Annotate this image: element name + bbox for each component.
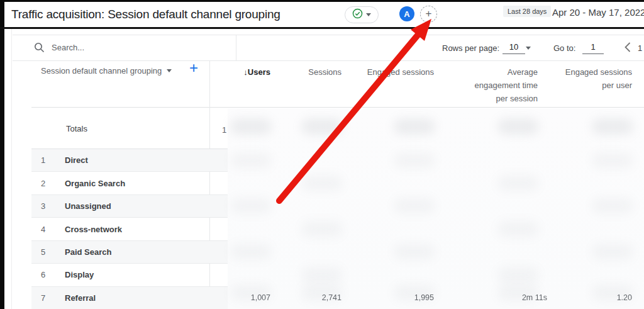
blurred-value — [497, 267, 539, 283]
blurred-value — [592, 244, 633, 260]
go-to-input[interactable]: 1 — [582, 42, 604, 54]
blurred-value — [230, 152, 272, 169]
table-row[interactable]: 5Paid Search — [31, 241, 228, 264]
dimension-caret-icon — [167, 69, 172, 72]
share-add-button[interactable]: + — [420, 6, 437, 23]
chevron-down-icon — [366, 13, 371, 16]
table-row[interactable]: 7Referral — [31, 287, 228, 309]
page-title: Traffic acquisition: Session default cha… — [11, 2, 280, 27]
blurred-value — [394, 152, 435, 169]
totals-users-partial-value: 1 — [222, 125, 226, 135]
cell-sessions: 2,741 — [285, 293, 341, 302]
card-left-border — [11, 29, 12, 309]
dimension-header-label: Session default channel grouping — [41, 66, 162, 76]
pagination-prev-icon[interactable] — [623, 42, 632, 55]
column-header-engaged-sessions[interactable]: Engaged sessions — [346, 65, 434, 79]
blurred-value — [394, 244, 435, 260]
header-row-border — [31, 107, 644, 108]
blurred-data-region — [228, 108, 644, 309]
go-to-label: Go to: — [553, 43, 575, 53]
table-row[interactable]: 2Organic Search — [31, 172, 228, 194]
blurred-value — [592, 152, 633, 169]
table-row[interactable]: 4Cross-network — [31, 218, 228, 240]
column-header-engaged-sessions-per-user[interactable]: Engaged sessions per user — [553, 65, 632, 92]
cell-engaged-sessions: 1,995 — [377, 293, 434, 302]
pagination-range: 1 — [638, 43, 642, 53]
top-border — [0, 0, 644, 2]
table-body: 1Direct 2Organic Search 3Unassigned 4Cro… — [31, 149, 228, 309]
date-range-text[interactable]: Apr 20 - May 17, 2022 — [552, 7, 644, 18]
blurred-value — [230, 244, 272, 260]
table-row[interactable]: 1Direct — [31, 149, 228, 172]
add-dimension-button[interactable]: + — [189, 60, 198, 76]
cell-users: 1,007 — [214, 293, 270, 302]
avatar[interactable]: A — [399, 6, 414, 21]
blurred-value — [497, 175, 539, 191]
cell-engaged-sessions-per-user: 1.20 — [575, 293, 632, 302]
blurred-value — [301, 267, 343, 283]
toolbar-bottom-border — [13, 60, 644, 61]
report-status-button[interactable] — [345, 6, 379, 23]
left-border — [0, 0, 4, 309]
column-header-avg-engagement-time[interactable]: Average engagement time per session — [465, 65, 538, 105]
column-header-users[interactable]: ↓Users — [201, 65, 270, 79]
table-row[interactable]: 6Display — [31, 264, 228, 286]
blurred-value — [230, 198, 272, 214]
rows-per-page-select[interactable]: 10 — [502, 42, 525, 54]
blurred-value — [394, 198, 435, 214]
toolbar-top-border — [13, 35, 644, 35]
search-input[interactable] — [50, 39, 204, 55]
table-row[interactable]: 3Unassigned — [31, 195, 228, 218]
blurred-value — [301, 221, 343, 237]
search-icon — [34, 42, 45, 55]
ga4-traffic-acquisition-screen: Traffic acquisition: Session default cha… — [0, 0, 644, 309]
dimension-header-dropdown[interactable]: Session default channel grouping — [41, 66, 172, 76]
column-header-sessions[interactable]: Sessions — [279, 65, 341, 79]
blurred-value — [230, 118, 272, 135]
blurred-value — [301, 175, 343, 191]
date-range-preset-badge[interactable]: Last 28 days — [503, 6, 551, 17]
rows-per-page-caret-icon[interactable] — [526, 47, 531, 50]
header-divider — [0, 27, 644, 29]
rows-per-page-label: Rows per page: — [442, 43, 499, 53]
blurred-value — [592, 118, 633, 135]
toolbar-vertical-divider — [236, 35, 236, 60]
blurred-value — [592, 198, 633, 214]
report-header: Traffic acquisition: Session default cha… — [4, 2, 644, 27]
blurred-value — [497, 221, 539, 237]
blurred-value — [301, 118, 343, 135]
check-circle-icon — [352, 8, 363, 21]
cell-avg-engagement-time: 2m 11s — [491, 293, 547, 302]
blurred-value — [497, 118, 539, 135]
totals-label: Totals — [66, 124, 87, 133]
blurred-value — [394, 118, 435, 135]
